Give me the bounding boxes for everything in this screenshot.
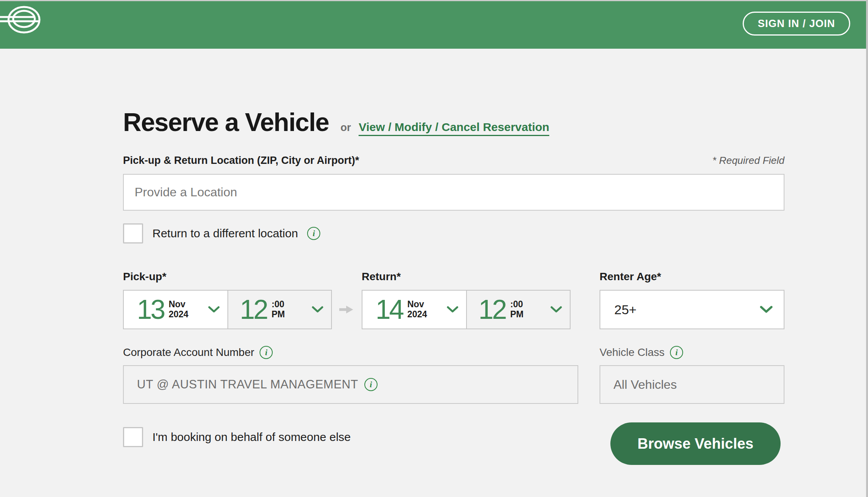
info-glyph: i xyxy=(313,229,315,238)
return-meridiem: PM xyxy=(510,310,524,320)
info-icon[interactable]: i xyxy=(670,346,683,359)
behalf-row: I'm booking on behalf of someone else xyxy=(123,427,351,447)
pickup-month: Nov xyxy=(169,300,188,310)
window-top-edge xyxy=(0,0,868,1)
vehicle-class-select[interactable]: All Vehicles xyxy=(600,365,784,404)
pickup-datetime-control: 13 Nov 2024 12 :00 PM xyxy=(123,290,332,329)
return-hour: 12 xyxy=(478,298,506,322)
different-location-row: Return to a different location i xyxy=(123,223,320,243)
pickup-minute: :00 xyxy=(272,300,285,310)
behalf-checkbox[interactable] xyxy=(123,427,143,447)
info-glyph: i xyxy=(675,348,678,357)
chevron-down-icon xyxy=(760,306,773,313)
info-icon[interactable]: i xyxy=(260,346,273,359)
info-glyph: i xyxy=(265,348,267,357)
view-modify-cancel-link[interactable]: View / Modify / Cancel Reservation xyxy=(359,121,549,136)
pickup-hour: 12 xyxy=(240,298,267,322)
different-location-checkbox[interactable] xyxy=(123,223,143,243)
info-icon[interactable]: i xyxy=(307,227,320,240)
location-label-row: Pick-up & Return Location (ZIP, City or … xyxy=(123,155,784,167)
renter-age-label: Renter Age* xyxy=(600,271,661,283)
location-input[interactable] xyxy=(123,174,784,211)
return-year: 2024 xyxy=(407,310,427,320)
chevron-down-icon xyxy=(447,306,458,313)
vehicle-class-label-row: Vehicle Class i xyxy=(600,346,683,359)
behalf-label: I'm booking on behalf of someone else xyxy=(152,431,351,444)
return-month: Nov xyxy=(407,300,427,310)
sign-in-join-button[interactable]: SIGN IN / JOIN xyxy=(743,12,850,36)
chevron-down-icon xyxy=(550,306,562,313)
return-date-select[interactable]: 14 Nov 2024 xyxy=(362,291,466,328)
browse-vehicles-button[interactable]: Browse Vehicles xyxy=(610,422,781,465)
required-field-note: * Required Field xyxy=(713,155,784,167)
corporate-account-value: UT @ AUSTIN TRAVEL MANAGEMENT xyxy=(137,378,358,391)
vehicle-class-label: Vehicle Class xyxy=(600,346,665,359)
return-minute: :00 xyxy=(510,300,524,310)
location-label: Pick-up & Return Location (ZIP, City or … xyxy=(123,155,359,167)
pickup-year: 2024 xyxy=(169,310,188,320)
chevron-down-icon xyxy=(208,306,220,313)
title-row: Reserve a Vehicle or View / Modify / Can… xyxy=(123,109,549,136)
enterprise-logo-icon[interactable] xyxy=(0,3,45,45)
corporate-account-label: Corporate Account Number xyxy=(123,346,254,359)
different-location-label: Return to a different location xyxy=(152,227,298,240)
renter-age-value: 25+ xyxy=(614,302,637,317)
page-title: Reserve a Vehicle xyxy=(123,109,329,135)
scrollbar-track[interactable] xyxy=(866,0,868,497)
vehicle-class-value: All Vehicles xyxy=(613,378,677,392)
return-label: Return* xyxy=(362,271,401,283)
return-day: 14 xyxy=(376,298,403,322)
info-glyph: i xyxy=(370,380,372,389)
renter-age-select[interactable]: 25+ xyxy=(600,290,784,329)
arrow-right-icon xyxy=(339,305,354,314)
page: SIGN IN / JOIN Reserve a Vehicle or View… xyxy=(0,0,868,497)
info-icon[interactable]: i xyxy=(364,378,378,391)
return-time-select[interactable]: 12 :00 PM xyxy=(466,291,570,328)
return-datetime-control: 14 Nov 2024 12 :00 PM xyxy=(362,290,571,329)
header: SIGN IN / JOIN xyxy=(0,0,868,49)
pickup-label: Pick-up* xyxy=(123,271,166,283)
corporate-account-field[interactable]: UT @ AUSTIN TRAVEL MANAGEMENT i xyxy=(123,365,578,404)
corporate-label-row: Corporate Account Number i xyxy=(123,346,273,359)
or-text: or xyxy=(340,122,351,134)
pickup-meridiem: PM xyxy=(272,310,285,320)
chevron-down-icon xyxy=(312,306,323,313)
pickup-day: 13 xyxy=(137,298,164,322)
pickup-time-select[interactable]: 12 :00 PM xyxy=(227,291,331,328)
pickup-date-select[interactable]: 13 Nov 2024 xyxy=(124,291,227,328)
